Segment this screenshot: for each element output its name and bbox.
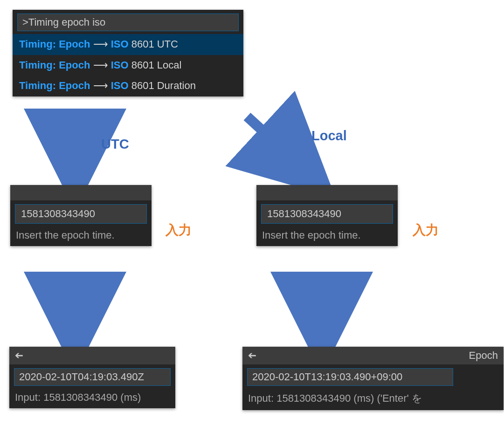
local-input-panel: Insert the epoch time.: [256, 185, 398, 246]
epoch-input-local[interactable]: [261, 204, 393, 224]
utc-result-panel: ➔ 2020-02-10T04:19:03.490Z Input: 158130…: [9, 347, 175, 408]
epoch-input-utc-field[interactable]: [20, 207, 144, 220]
jp-label-utc: 入力: [166, 221, 192, 239]
epoch-hint-local: Insert the epoch time.: [256, 226, 398, 246]
branch-label-local: Local: [311, 128, 347, 144]
epoch-input-local-field[interactable]: [266, 207, 390, 220]
epoch-hint-utc: Insert the epoch time.: [10, 226, 152, 246]
result-field-local[interactable]: 2020-02-10T13:19:03.490+09:00: [247, 368, 453, 386]
result-hint-local: Input: 1581308343490 (ms) ('Enter' を: [242, 389, 504, 410]
jp-label-local: 入力: [413, 221, 439, 239]
titlebar: [10, 185, 152, 200]
epoch-input-utc[interactable]: [15, 204, 147, 224]
result-bar-utc: ➔: [9, 347, 175, 364]
back-icon[interactable]: ➔: [248, 350, 256, 362]
command-item-local[interactable]: Timing: Epoch ⟶ ISO 8601 Local: [13, 55, 243, 76]
result-field-utc[interactable]: 2020-02-10T04:19:03.490Z: [14, 368, 171, 386]
command-palette: >Timing epoch iso Timing: Epoch ⟶ ISO 86…: [13, 10, 243, 96]
command-palette-list: Timing: Epoch ⟶ ISO 8601 UTC Timing: Epo…: [13, 34, 243, 96]
result-hint-utc: Input: 1581308343490 (ms): [9, 389, 175, 408]
titlebar: [256, 185, 398, 200]
command-palette-input[interactable]: >Timing epoch iso: [17, 14, 239, 31]
svg-line-1: [247, 117, 305, 170]
local-result-panel: ➔ Epoch 2020-02-10T13:19:03.490+09:00 In…: [242, 347, 504, 410]
branch-label-utc: UTC: [101, 137, 129, 152]
back-icon[interactable]: ➔: [15, 350, 23, 362]
command-item-duration[interactable]: Timing: Epoch ⟶ ISO 8601 Duration: [13, 75, 243, 96]
result-title-right-local: Epoch: [469, 350, 498, 362]
result-bar-local: ➔ Epoch: [242, 347, 504, 364]
utc-input-panel: Insert the epoch time.: [10, 185, 152, 246]
command-item-utc[interactable]: Timing: Epoch ⟶ ISO 8601 UTC: [13, 34, 243, 55]
